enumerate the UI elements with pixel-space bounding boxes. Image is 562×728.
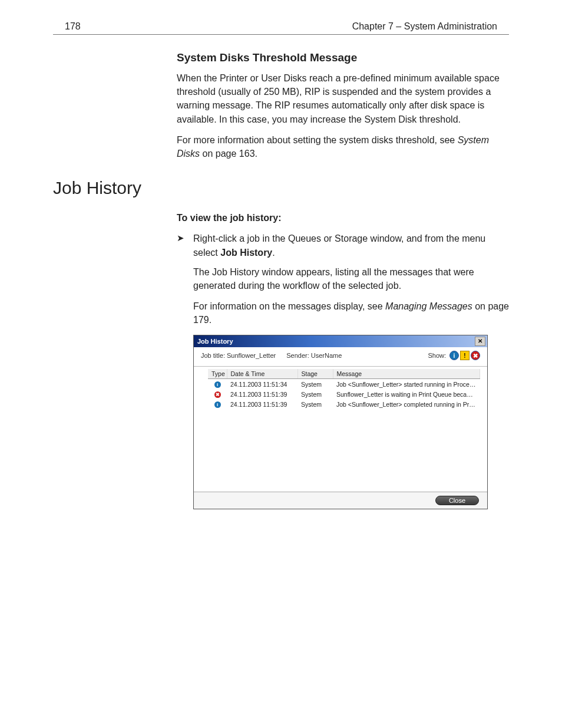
table-row[interactable]: i24.11.2003 11:51:34SystemJob <Sunflower…	[208, 379, 480, 390]
cell-stage: System	[297, 389, 333, 399]
table-row[interactable]: ✖24.11.2003 11:51:39SystemSunflower_Lett…	[208, 389, 480, 399]
body-paragraph: For information on the messages display,…	[193, 299, 509, 327]
cell-stage: System	[297, 399, 333, 409]
cell-date: 24.11.2003 11:51:39	[227, 389, 297, 399]
ui-term: Job History	[220, 248, 272, 258]
chapter-label: Chapter 7 – System Administration	[352, 21, 497, 32]
section-heading: Job History	[53, 178, 509, 198]
filter-info-icon[interactable]: i	[449, 351, 459, 360]
cell-message: Job <Sunflower_Letter> completed running…	[333, 399, 480, 409]
page-number: 178	[65, 21, 81, 32]
step-bullet-icon: ➤	[177, 232, 193, 243]
table-row[interactable]: i24.11.2003 11:51:39SystemJob <Sunflower…	[208, 399, 480, 409]
body-paragraph: When the Printer or User Disks reach a p…	[177, 71, 509, 126]
body-paragraph: The Job History window appears, listing …	[193, 265, 509, 292]
cross-ref: Managing Messages	[385, 301, 472, 311]
info-icon: i	[214, 401, 221, 408]
col-stage[interactable]: Stage	[297, 369, 333, 379]
procedure-intro: To view the job history:	[177, 211, 509, 225]
error-icon: ✖	[214, 391, 221, 398]
text-run: .	[272, 248, 275, 258]
close-icon[interactable]: ✕	[475, 337, 485, 346]
page-header: 178 Chapter 7 – System Administration	[53, 21, 509, 35]
filter-error-icon[interactable]: ✖	[471, 351, 480, 360]
close-button[interactable]: Close	[435, 496, 479, 505]
cell-date: 24.11.2003 11:51:34	[227, 379, 297, 390]
dialog-footer: Close	[194, 492, 487, 509]
text-run: For information on the messages display,…	[193, 301, 385, 311]
cell-date: 24.11.2003 11:51:39	[227, 399, 297, 409]
table-header-row: Type Date & Time Stage Message	[208, 369, 480, 379]
text-run: on page 163.	[200, 149, 257, 159]
col-type[interactable]: Type	[208, 369, 227, 379]
col-message[interactable]: Message	[333, 369, 480, 379]
filter-warning-icon[interactable]: !	[460, 351, 470, 360]
cell-message: Sunflower_Letter is waiting in Print Que…	[333, 389, 480, 399]
cell-stage: System	[297, 379, 333, 390]
show-label: Show:	[428, 352, 446, 359]
info-icon: i	[214, 381, 221, 388]
dialog-titlebar: Job History ✕	[194, 335, 487, 347]
cell-message: Job <Sunflower_Letter> started running i…	[333, 379, 480, 390]
sender-label: Sender: UserName	[286, 352, 342, 359]
job-title-label: Job title: Sunflower_Letter	[201, 352, 276, 359]
dialog-toolbar: Job title: Sunflower_Letter Sender: User…	[194, 347, 487, 367]
history-table: Type Date & Time Stage Message i24.11.20…	[208, 369, 480, 409]
dialog-title: Job History	[197, 338, 233, 345]
text-run: For more information about setting the s…	[177, 135, 458, 145]
col-date[interactable]: Date & Time	[227, 369, 297, 379]
procedure-step: ➤ Right-click a job in the Queues or Sto…	[177, 232, 509, 259]
body-paragraph: For more information about setting the s…	[177, 133, 509, 160]
subsection-title: System Disks Threshold Message	[177, 51, 509, 64]
job-history-dialog: Job History ✕ Job title: Sunflower_Lette…	[193, 335, 488, 509]
